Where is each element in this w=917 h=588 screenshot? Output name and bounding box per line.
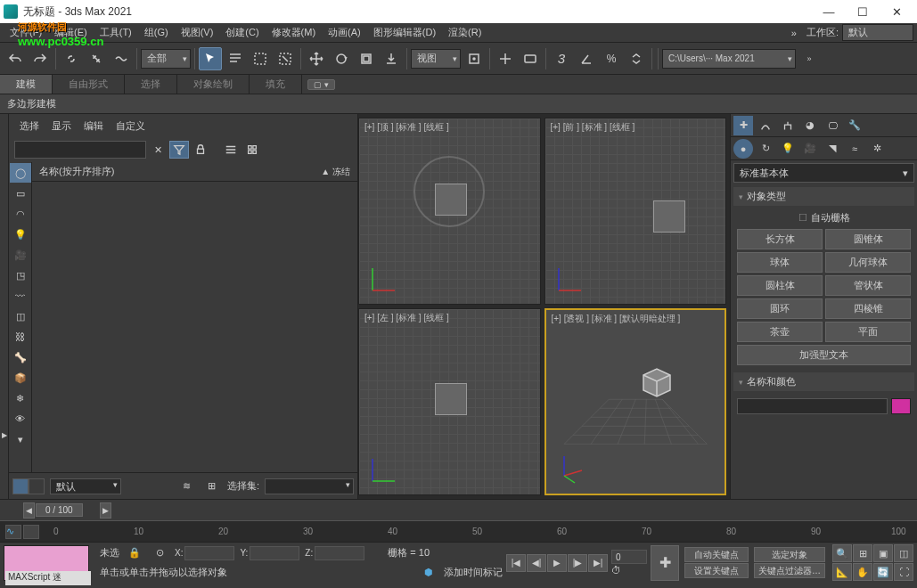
workspace-dropdown[interactable]: 默认 <box>842 24 913 41</box>
ribbon-tab-selection[interactable]: 选择 <box>125 75 177 94</box>
ribbon-tab-modeling[interactable]: 建模 <box>0 75 53 94</box>
cmd-tab-utilities[interactable]: 🔧 <box>845 116 864 135</box>
filter-groups-icon[interactable]: ◫ <box>10 306 31 326</box>
percent-snap-button[interactable]: % <box>600 47 623 70</box>
scene-tab-display[interactable]: 显示 <box>52 119 71 133</box>
menu-expand[interactable]: » <box>785 26 803 40</box>
undo-button[interactable] <box>4 47 27 70</box>
filter-xrefs-icon[interactable]: ⛓ <box>10 327 31 347</box>
filter-shapes-icon[interactable]: ◠ <box>10 204 31 224</box>
play-button[interactable]: ▶ <box>547 554 567 572</box>
menu-view[interactable]: 视图(V) <box>175 24 220 41</box>
btn-torus[interactable]: 圆环 <box>737 298 823 319</box>
ref-coord-dropdown[interactable]: 视图 <box>411 49 461 69</box>
filter-spacewarps-icon[interactable]: 〰 <box>10 286 31 306</box>
cmd-sub-shapes[interactable]: ↻ <box>756 139 775 159</box>
select-rotate-button[interactable] <box>330 47 353 70</box>
cmd-sub-lights[interactable]: 💡 <box>778 139 798 159</box>
rollout-objecttype[interactable]: 对象类型 <box>733 187 914 206</box>
strip-expand-button[interactable]: ▶ <box>0 426 8 444</box>
auto-key-button[interactable]: 自动关键点 <box>684 547 749 562</box>
menu-animation[interactable]: 动画(A) <box>322 24 367 41</box>
filter-containers-icon[interactable]: 📦 <box>10 368 31 388</box>
viewport-left[interactable]: [+] [左 ] [标准 ] [线框 ] <box>358 308 541 495</box>
select-place-button[interactable] <box>380 47 403 70</box>
layer-icon2[interactable]: ⊞ <box>202 478 222 495</box>
scene-tab-select[interactable]: 选择 <box>20 119 39 133</box>
scene-search-input[interactable] <box>14 141 146 159</box>
goto-end-button[interactable]: ▶| <box>588 554 608 572</box>
ribbon-tab-populate[interactable]: 填充 <box>250 75 302 94</box>
angle-snap-button[interactable] <box>575 47 598 70</box>
ribbon-polymodel-label[interactable]: 多边形建模 <box>7 97 56 110</box>
viewport-left-label[interactable]: [+] [左 ] [标准 ] [线框 ] <box>364 312 449 324</box>
scene-tab-custom[interactable]: 自定义 <box>116 119 145 133</box>
cmd-tab-modify[interactable] <box>756 116 775 135</box>
snap-toggle-button[interactable]: 3 <box>550 47 573 70</box>
select-by-name-button[interactable] <box>224 47 247 70</box>
goto-start-button[interactable]: |◀ <box>506 554 526 572</box>
layer-display-toggle[interactable] <box>12 478 45 494</box>
fov-button[interactable]: 📐 <box>832 563 852 581</box>
btn-box[interactable]: 长方体 <box>737 229 823 249</box>
filter-helpers-icon[interactable]: ◳ <box>10 265 31 285</box>
filter-hidden-icon[interactable]: 👁 <box>10 409 31 429</box>
btn-plane[interactable]: 平面 <box>825 322 911 342</box>
pan-button[interactable]: ✋ <box>853 563 872 581</box>
btn-teapot[interactable]: 茶壶 <box>737 322 823 342</box>
time-config-button[interactable]: ⏱ <box>611 565 647 576</box>
viewport-front[interactable]: [+] [前 ] [标准 ] [线框 ] <box>544 118 727 305</box>
pivot-center-button[interactable] <box>463 47 486 70</box>
maximize-vp-button[interactable]: ⛶ <box>894 563 913 581</box>
toolbar-expand[interactable]: » <box>798 47 821 70</box>
cmd-sub-spacewarps[interactable]: ≈ <box>845 139 864 159</box>
timeslider-prev[interactable]: ◀ <box>23 502 35 519</box>
y-field[interactable] <box>250 546 299 560</box>
viewport-front-label[interactable]: [+] [前 ] [标准 ] [线框 ] <box>551 121 635 134</box>
z-field[interactable] <box>315 546 364 560</box>
menu-modifiers[interactable]: 修改器(M) <box>266 24 323 41</box>
prev-frame-button[interactable]: ◀| <box>527 554 546 572</box>
key-filters-button[interactable]: 关键点过滤器… <box>754 563 825 578</box>
cmd-tab-create[interactable]: ✚ <box>733 116 753 135</box>
menu-file[interactable]: 文件(F) <box>4 24 48 41</box>
selected-only-dropdown[interactable]: 选定对象 <box>754 547 825 562</box>
zoom-button[interactable]: 🔍 <box>832 544 852 562</box>
layer-dropdown[interactable]: 默认 <box>50 478 121 494</box>
project-path-dropdown[interactable]: C:\Users\··· Max 2021 <box>662 49 796 69</box>
cmd-tab-display[interactable]: 🖵 <box>823 116 842 135</box>
viewport-top-label[interactable]: [+] [顶 ] [标准 ] [线框 ] <box>364 121 449 134</box>
track-bar[interactable]: ∿ 0 10 20 30 40 50 60 70 80 90 100 <box>0 520 917 542</box>
filter-frozen-icon[interactable]: ❄ <box>10 388 31 408</box>
btn-tube[interactable]: 管状体 <box>825 275 911 296</box>
cube-icon[interactable]: ⬢ <box>419 564 438 582</box>
timeslider-next[interactable]: ▶ <box>100 502 111 519</box>
filter-bones-icon[interactable]: 🦴 <box>10 347 31 367</box>
menu-grapheditors[interactable]: 图形编辑器(D) <box>367 24 442 41</box>
filter-expand-icon[interactable]: ▾ <box>10 429 31 449</box>
cmd-tab-hierarchy[interactable] <box>778 116 798 135</box>
add-time-tag[interactable]: 添加时间标记 <box>444 566 503 579</box>
scene-clear-button[interactable]: ✕ <box>148 141 168 159</box>
selection-set-dropdown[interactable] <box>265 478 354 494</box>
object-color-swatch[interactable] <box>891 398 911 414</box>
cmd-sub-cameras[interactable]: 🎥 <box>800 139 820 159</box>
filter-cameras-icon[interactable]: 🎥 <box>10 245 31 265</box>
orbit-button[interactable]: 🔄 <box>873 563 893 581</box>
maximize-button[interactable]: ☐ <box>846 2 880 21</box>
redo-button[interactable] <box>29 47 52 70</box>
filter-geometry-icon[interactable]: ▭ <box>10 184 31 203</box>
next-frame-button[interactable]: |▶ <box>568 554 587 572</box>
selection-filter-dropdown[interactable]: 全部 <box>141 49 191 69</box>
btn-cone[interactable]: 圆锥体 <box>825 229 911 249</box>
scene-view1-button[interactable] <box>221 141 241 159</box>
scene-list[interactable]: 名称(按升序排序) ▲ 冻结 <box>32 162 357 472</box>
btn-cylinder[interactable]: 圆柱体 <box>737 275 823 296</box>
scene-col-frozen[interactable]: ▲ 冻结 <box>321 166 350 178</box>
current-frame-field[interactable]: 0 <box>611 550 647 564</box>
minimize-button[interactable]: — <box>812 2 846 21</box>
btn-sphere[interactable]: 球体 <box>737 252 823 273</box>
ribbon-expand-button[interactable]: ▢ ▾ <box>307 79 335 90</box>
cmd-sub-systems[interactable]: ✲ <box>867 139 887 159</box>
viewport-persp-label[interactable]: [+] [透视 ] [标准 ] [默认明暗处理 ] <box>552 313 681 325</box>
